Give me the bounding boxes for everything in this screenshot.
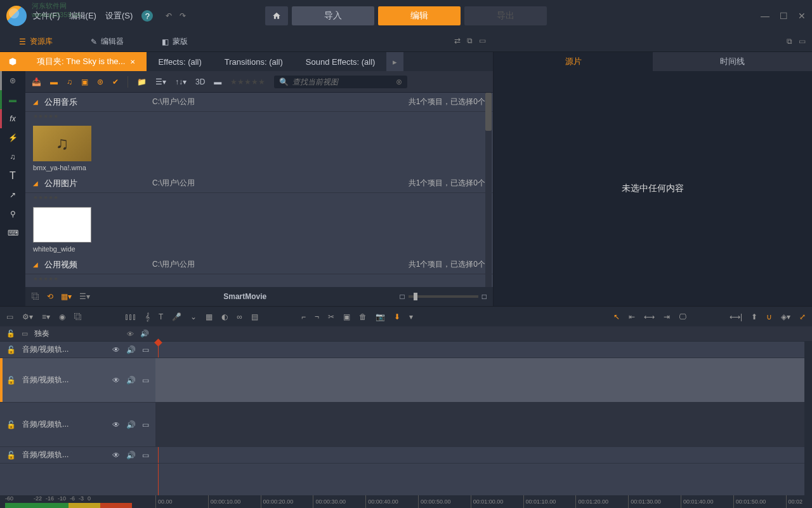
search-input[interactable]	[292, 77, 392, 86]
sidebar-fx[interactable]: fx	[0, 109, 25, 128]
photo-icon[interactable]: ▣	[81, 77, 88, 86]
lock-icon[interactable]: 🔓	[6, 330, 15, 338]
preview-tab-timeline[interactable]: 时间线	[653, 52, 812, 71]
monitor-small-icon[interactable]: ▭	[142, 376, 149, 385]
more-icon[interactable]: ☰▾	[79, 292, 90, 301]
eye-icon[interactable]: 👁	[112, 345, 120, 354]
lock-icon[interactable]: 🔓	[6, 376, 16, 385]
monitor-small-icon[interactable]: ▭	[142, 451, 149, 460]
trim-right-icon[interactable]: ⇥	[664, 312, 670, 321]
asset-tab-effects[interactable]: Effects: (all)	[147, 52, 213, 71]
category-music[interactable]: ◢ 公用音乐 C:\用户\公用 共1个项目，已选择0个	[25, 93, 493, 112]
eye-icon[interactable]: 👁	[127, 330, 134, 338]
edit-button[interactable]: 编辑	[378, 6, 461, 25]
lock-icon[interactable]: 🔓	[6, 451, 16, 460]
menu-help[interactable]: ?	[141, 10, 153, 22]
menu-file[interactable]: 文件(F)	[33, 10, 60, 22]
scrollbar[interactable]	[485, 93, 492, 287]
sidebar-arrow[interactable]: ↗	[0, 185, 25, 204]
tag-icon[interactable]: ▬	[214, 77, 221, 86]
list-view-icon[interactable]: ☰▾	[155, 77, 166, 86]
trim-center-icon[interactable]: ⟷	[644, 312, 655, 321]
keyframe-icon[interactable]: ◈▾	[781, 312, 790, 321]
fullscreen-icon[interactable]: ▭	[479, 36, 486, 47]
marker-icon[interactable]: ⬇	[394, 312, 400, 321]
mark-out-icon[interactable]: ¬	[315, 312, 319, 321]
audio-icon[interactable]: ♫	[67, 77, 72, 86]
pointer-icon[interactable]: ↖	[613, 312, 620, 321]
layers-icon[interactable]: ⿻	[74, 312, 82, 321]
mixer-icon[interactable]: ⫿⫿⫿	[125, 312, 136, 321]
grid-icon[interactable]: ▦	[206, 312, 213, 321]
lock-icon[interactable]: 🔓	[6, 345, 16, 354]
redo-icon[interactable]: ↷	[180, 11, 186, 20]
export-tl-icon[interactable]: ⬆	[751, 312, 757, 321]
undo-icon[interactable]: ↶	[166, 11, 172, 20]
sidebar-bolt[interactable]: ⚡	[0, 128, 25, 147]
export-button[interactable]: 导出	[464, 6, 547, 25]
track-header-1[interactable]: 🔓 音频/视频轨... 👁 🔊 ▭	[0, 342, 155, 358]
menu-edit[interactable]: 编辑(E)	[69, 10, 96, 22]
scrollbar-v[interactable]	[804, 342, 812, 495]
import-media-icon[interactable]: 📥	[32, 77, 41, 86]
popout-icon[interactable]: ⧉	[467, 36, 473, 47]
overwrite-icon[interactable]: ▣	[343, 312, 350, 321]
tab-close-icon[interactable]: ✕	[130, 58, 135, 65]
trim-left-icon[interactable]: ⇤	[629, 312, 635, 321]
stars-filter[interactable]: ★★★★★	[25, 193, 493, 202]
video-icon[interactable]: ▬	[50, 77, 58, 86]
speaker-icon[interactable]: 🔊	[126, 451, 136, 460]
lock-icon[interactable]: 🔓	[6, 420, 16, 429]
eye-icon[interactable]: 👁	[112, 420, 120, 429]
magnet-icon[interactable]: ∪	[766, 312, 772, 321]
asset-tab-project[interactable]: 项目夹: The Sky is the...✕	[25, 52, 147, 71]
sort-icon[interactable]: ↑↓▾	[175, 77, 187, 86]
preview-tab-source[interactable]: 源片	[494, 52, 653, 71]
home-button[interactable]	[265, 6, 288, 25]
mic-icon[interactable]: 🎤	[172, 312, 181, 321]
minimize-icon[interactable]: —	[761, 11, 769, 21]
monitor-small-icon[interactable]: ▭	[142, 420, 149, 429]
disc-icon[interactable]: ◉	[59, 312, 65, 321]
tab-editor[interactable]: ✎编辑器	[72, 36, 143, 47]
close-icon[interactable]: ✕	[798, 11, 806, 21]
zoom-out-icon[interactable]: □	[400, 292, 405, 301]
sidebar-mic[interactable]: ⚲	[0, 204, 25, 224]
speaker-icon[interactable]: 🔊	[126, 376, 136, 385]
smartmovie-label[interactable]: SmartMovie	[223, 292, 266, 301]
category-video[interactable]: ◢ 公用视频 C:\用户\公用 共1个项目，已选择0个	[25, 255, 493, 274]
split-icon[interactable]: ▤	[251, 312, 258, 321]
check-icon[interactable]: ✔	[112, 77, 119, 86]
track-lanes[interactable]	[155, 342, 812, 495]
fullscreen-preview-icon[interactable]: ▭	[799, 37, 806, 46]
sections-icon[interactable]: ≡▾	[42, 312, 50, 321]
gear-icon[interactable]: ⚙▾	[22, 312, 33, 321]
mark-in-icon[interactable]: ⌐	[301, 312, 306, 321]
swap-icon[interactable]: ⇄	[454, 36, 461, 47]
copy-icon[interactable]: ⿻	[32, 292, 39, 301]
tab-mask[interactable]: ◧蒙版	[143, 36, 207, 47]
tool-icon[interactable]: ▭	[6, 312, 13, 321]
zoom-slider[interactable]	[409, 295, 478, 298]
time-ruler[interactable]: 00.00 00:00:10.00 00:00:20.00 00:00:30.0…	[155, 495, 812, 508]
grid-view-icon[interactable]: ▦▾	[61, 292, 72, 301]
3d-icon[interactable]: 3D	[195, 77, 205, 86]
trash-icon[interactable]: 🗑	[359, 312, 367, 321]
category-images[interactable]: ◢ 公用图片 C:\用户\公用 共1个项目，已选择0个	[25, 174, 493, 193]
speaker-icon[interactable]: 🔊	[140, 330, 149, 338]
sidebar-folder[interactable]: ▬	[0, 90, 25, 109]
track-header-2[interactable]: 🔓 音频/视频轨... 👁 🔊 ▭	[0, 358, 155, 403]
asset-tab-transitions[interactable]: Transitions: (all)	[213, 52, 294, 71]
tab-library[interactable]: ☰资源库	[0, 36, 72, 47]
sidebar-keyboard[interactable]: ⌨	[0, 224, 25, 243]
sidebar-text[interactable]: T	[0, 166, 25, 185]
track-header-4[interactable]: 🔓 音频/视频轨... 👁 🔊 ▭	[0, 447, 155, 464]
collapse-icon[interactable]: ▭	[22, 330, 28, 338]
treble-icon[interactable]: 𝄞	[145, 312, 150, 321]
eye-icon[interactable]: 👁	[112, 376, 120, 385]
sync-icon[interactable]: ⟲	[47, 292, 53, 301]
asset-tab-soundfx[interactable]: Sound Effects: (all)	[294, 52, 387, 71]
asset-thumb[interactable]: whitebg_wide	[33, 207, 91, 253]
title-icon[interactable]: T	[159, 312, 163, 321]
asset-tab-add[interactable]: ▸	[386, 52, 403, 71]
